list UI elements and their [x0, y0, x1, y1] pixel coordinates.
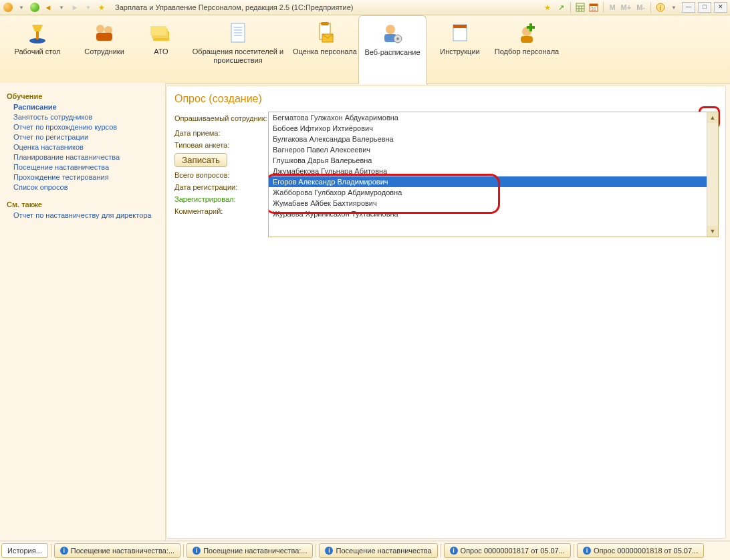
info-icon[interactable]: i — [655, 2, 666, 13]
svg-rect-0 — [576, 3, 584, 11]
task-tab[interactable]: iПосещение наставничества:... — [54, 543, 180, 558]
svg-text:31: 31 — [592, 7, 597, 11]
main-toolbar: Рабочий стол Сотрудники АТО Обращения по… — [0, 15, 730, 84]
dropdown-scrollbar[interactable]: ▲ ▼ — [707, 112, 718, 237]
nav-back-menu-icon[interactable]: ▼ — [56, 2, 67, 13]
tool-label: Оценка персонала — [293, 47, 357, 56]
link-icon[interactable]: ↗ — [556, 2, 566, 13]
info-icon: i — [325, 547, 333, 555]
task-tab[interactable]: iПосещение наставничества:... — [187, 543, 313, 558]
separator — [316, 544, 316, 557]
dropdown-item[interactable]: Егоров Александр Владимирович — [269, 176, 718, 187]
info-icon: i — [193, 547, 201, 555]
m-minus-button[interactable]: M- — [635, 3, 646, 11]
nav-fwd-icon[interactable]: ► — [70, 2, 80, 13]
dropdown-app-icon[interactable]: ▼ — [16, 2, 27, 13]
favorite-star-icon[interactable]: ★ — [96, 2, 107, 13]
employee-dropdown-list[interactable]: Бегматова Гулжахон АбдукаримовнаБобоев И… — [268, 112, 719, 237]
page-icon — [448, 21, 472, 45]
refresh-icon[interactable] — [29, 2, 40, 13]
nav-back-icon[interactable]: ◄ — [43, 2, 53, 13]
tool-label: Подбор персонала — [495, 47, 559, 56]
calendar-icon[interactable]: 31 — [588, 2, 599, 13]
tool-instructions[interactable]: Инструкции — [427, 15, 493, 84]
maximize-button[interactable]: □ — [698, 2, 711, 13]
scroll-up-icon[interactable]: ▲ — [707, 112, 718, 123]
label-employee: Опрашиваемый сотрудник: — [174, 114, 268, 122]
svg-rect-6 — [590, 4, 598, 6]
dropdown-item[interactable]: Бегматова Гулжахон Абдукаримовна — [269, 112, 718, 123]
window-title: Зарплата и Управление Персоналом, редакц… — [110, 3, 539, 11]
sidebar-section-seealso: См. также — [7, 200, 158, 208]
favorite-add-icon[interactable]: ★ — [542, 2, 553, 13]
content-panel: Опрос (создание) Опрашиваемый сотрудник:… — [166, 86, 726, 539]
tool-employees[interactable]: Сотрудники — [71, 15, 138, 84]
m-button[interactable]: M — [608, 3, 616, 11]
folder-stack-icon — [149, 21, 173, 45]
task-tab[interactable]: iОпрос 00000001817 от 05.07... — [444, 543, 571, 558]
tool-label: Сотрудники — [84, 47, 124, 56]
task-label: Посещение наставничества:... — [71, 547, 174, 555]
svg-rect-11 — [36, 30, 39, 39]
document-icon — [226, 21, 250, 45]
label-total-questions: Всего вопросов: — [174, 171, 268, 179]
sidebar-item-schedule[interactable]: Расписание — [13, 103, 158, 111]
tool-web-schedule[interactable]: Веб-расписание — [358, 15, 427, 84]
task-tab[interactable]: iОпрос 00000001818 от 05.07... — [577, 543, 704, 558]
m-plus-button[interactable]: M+ — [620, 3, 633, 11]
people-icon — [92, 21, 116, 45]
save-button[interactable]: Записать — [174, 153, 227, 167]
page-title: Опрос (создание) — [174, 93, 717, 105]
scroll-down-icon[interactable]: ▼ — [707, 226, 718, 237]
sidebar-item-mentor-visit[interactable]: Посещение наставничества — [13, 163, 158, 171]
dropdown-item[interactable]: Булгакова Александра Валерьевна — [269, 134, 718, 144]
svg-text:i: i — [660, 4, 662, 11]
label-comment: Комментарий: — [174, 207, 268, 215]
person-plus-icon — [515, 21, 539, 45]
app-icon[interactable] — [3, 2, 13, 13]
dropdown-item[interactable]: Глушкова Дарья Валерьевна — [269, 155, 718, 166]
tool-incidents[interactable]: Обращения посетителей и происшествия — [185, 15, 291, 84]
calc-icon[interactable] — [575, 2, 586, 13]
separator — [570, 2, 571, 13]
sidebar-item-reg-report[interactable]: Отчет по регистрации — [13, 133, 158, 141]
label-template: Типовая анкета: — [174, 141, 268, 149]
sidebar-item-mentor-plan[interactable]: Планирование наставничества — [13, 153, 158, 161]
dropdown-item[interactable]: Жураева Хуринисахон Тухтасиновна — [269, 208, 718, 219]
separator — [51, 544, 51, 557]
sidebar-item-mentor-eval[interactable]: Оценка наставников — [13, 143, 158, 151]
sidebar-section-training: Обучение — [7, 92, 158, 100]
sidebar-item-course-report[interactable]: Отчет по прохождению курсов — [13, 123, 158, 131]
sidebar-item-testing[interactable]: Прохождение тестирования — [13, 173, 158, 181]
info-icon: i — [450, 547, 458, 555]
person-gear-icon — [380, 21, 404, 45]
dropdown-item[interactable]: Джумабекова Гульнара Абитовна — [269, 166, 718, 176]
task-tab[interactable]: iПосещение наставничества — [319, 543, 437, 558]
minimize-button[interactable]: — — [682, 2, 695, 13]
dropdown-item[interactable]: Вагнеров Павел Алексеевич — [269, 144, 718, 155]
taskbar: История... iПосещение наставничества:...… — [0, 541, 730, 560]
tool-ato[interactable]: АТО — [138, 15, 185, 84]
dropdown-item[interactable]: Бобоев Ифтихор Ихтиёрович — [269, 123, 718, 134]
sidebar-item-availability[interactable]: Занятость сотрудников — [13, 113, 158, 121]
svg-rect-14 — [96, 33, 112, 41]
tool-desktop[interactable]: Рабочий стол — [4, 15, 71, 84]
tool-recruitment[interactable]: Подбор персонала — [493, 15, 560, 84]
info-menu-icon[interactable]: ▼ — [668, 2, 679, 13]
desk-lamp-icon — [25, 21, 49, 45]
svg-point-12 — [96, 25, 104, 33]
tool-evaluation[interactable]: Оценка персонала — [291, 15, 358, 84]
close-button[interactable]: ✕ — [714, 2, 727, 13]
dropdown-item[interactable]: Жабборова Гулбахор Абдимуродовна — [269, 187, 718, 198]
task-history[interactable]: История... — [1, 543, 48, 558]
nav-fwd-menu-icon[interactable]: ▼ — [83, 2, 94, 13]
sidebar-item-director-report[interactable]: Отчет по наставничеству для директора — [13, 211, 158, 219]
dropdown-item[interactable]: Жумабаев Айбек Бахтиярович — [269, 198, 718, 208]
separator — [441, 544, 441, 557]
svg-point-26 — [386, 25, 395, 34]
svg-rect-31 — [453, 25, 467, 28]
sidebar-item-surveys[interactable]: Список опросов — [13, 183, 158, 191]
tool-label: Веб-расписание — [364, 48, 420, 57]
separator — [183, 544, 184, 557]
task-label: Опрос 00000001817 от 05.07... — [461, 547, 565, 555]
